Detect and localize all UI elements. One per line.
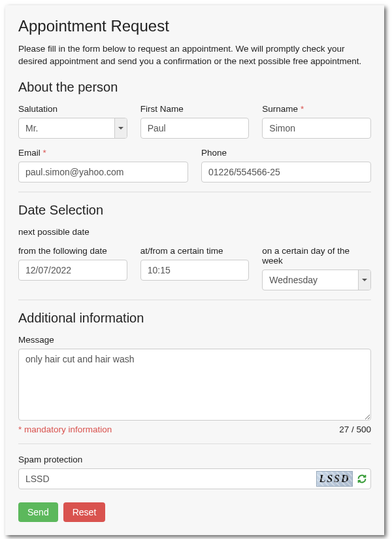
captcha-image: LSSD	[316, 471, 353, 487]
from-date-label: from the following date	[18, 246, 127, 256]
from-date-input[interactable]	[18, 260, 127, 281]
reset-button[interactable]: Reset	[63, 502, 106, 522]
firstname-label: First Name	[140, 104, 250, 114]
send-button[interactable]: Send	[18, 502, 58, 522]
phone-label: Phone	[201, 148, 371, 158]
date-subnote: next possible date	[18, 227, 371, 237]
weekday-select[interactable]: Wednesday	[262, 270, 371, 290]
surname-input[interactable]	[262, 118, 371, 139]
email-label: Email *	[18, 148, 188, 158]
section-additional-heading: Additional information	[18, 311, 371, 326]
refresh-captcha-icon[interactable]	[357, 474, 367, 484]
phone-input[interactable]	[201, 162, 371, 183]
divider	[18, 300, 371, 300]
salutation-select[interactable]: Mr.	[18, 118, 127, 139]
section-person-heading: About the person	[18, 80, 371, 95]
section-date-heading: Date Selection	[18, 203, 371, 218]
spam-label: Spam protection	[18, 455, 371, 464]
from-time-label: at/from a certain time	[140, 246, 250, 256]
email-input[interactable]	[18, 162, 188, 183]
page-title: Appointment Request	[18, 17, 371, 35]
message-label: Message	[18, 335, 371, 345]
divider	[18, 192, 371, 192]
weekday-label: on a certain day of the week	[262, 246, 371, 266]
salutation-label: Salutation	[18, 104, 127, 114]
divider	[18, 443, 371, 444]
message-textarea[interactable]: only hair cut and hair wash	[18, 349, 371, 421]
from-time-input[interactable]	[140, 260, 250, 281]
char-counter: 27 / 500	[339, 425, 371, 434]
surname-label: Surname *	[262, 104, 371, 114]
intro-text: Please fill in the form below to request…	[18, 43, 371, 68]
mandatory-note: * mandatory information	[18, 425, 112, 434]
firstname-input[interactable]	[140, 118, 250, 139]
appointment-form: Appointment Request Please fill in the f…	[5, 5, 384, 535]
